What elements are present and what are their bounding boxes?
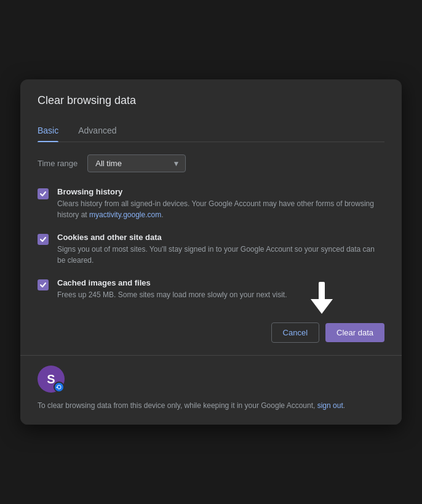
checkmark-icon — [39, 190, 47, 198]
myactivity-link[interactable]: myactivity.google.com — [89, 210, 161, 219]
tab-advanced[interactable]: Advanced — [78, 119, 116, 142]
checkmark-icon — [39, 281, 47, 289]
clear-data-button[interactable]: Clear data — [325, 323, 384, 342]
list-item: Browsing history Clears history from all… — [38, 187, 384, 220]
browsing-history-checkbox[interactable] — [38, 188, 49, 199]
actions-row: Cancel Clear data — [38, 313, 384, 355]
arrow-indicator — [311, 283, 333, 313]
time-range-select[interactable]: Last hour Last 24 hours Last 7 days Last… — [87, 154, 186, 172]
svg-rect-0 — [319, 282, 325, 300]
option-description: Clears history from all signed-in device… — [57, 198, 384, 220]
sync-icon — [56, 384, 62, 390]
time-range-select-wrapper: Last hour Last 24 hours Last 7 days Last… — [87, 154, 186, 172]
browsing-history-option: Browsing history Clears history from all… — [57, 187, 384, 220]
option-title: Cookies and other site data — [57, 233, 384, 242]
clear-browsing-data-dialog: Clear browsing data Basic Advanced Time … — [20, 79, 402, 425]
time-range-label: Time range — [38, 159, 78, 168]
cookies-option: Cookies and other site data Signs you ou… — [57, 233, 384, 266]
option-description: Frees up 245 MB. Some sites may load mor… — [57, 289, 384, 300]
option-title: Browsing history — [57, 187, 384, 196]
time-range-row: Time range Last hour Last 24 hours Last … — [38, 154, 384, 172]
option-title: Cached images and files — [57, 278, 384, 287]
checkmark-icon — [39, 236, 47, 243]
avatar-wrapper: S — [38, 366, 65, 393]
list-item: Cookies and other site data Signs you ou… — [38, 233, 384, 266]
cancel-button[interactable]: Cancel — [271, 322, 319, 343]
cookies-checkbox[interactable] — [38, 234, 49, 245]
tabs-container: Basic Advanced — [38, 119, 384, 142]
footer-account: S — [38, 366, 384, 393]
option-description: Signs you out of most sites. You'll stay… — [57, 244, 384, 266]
footer-text: To clear browsing data from this device … — [38, 400, 384, 411]
account-badge — [54, 382, 65, 393]
tab-basic[interactable]: Basic — [38, 119, 58, 142]
dialog-title: Clear browsing data — [38, 94, 384, 107]
down-arrow-icon — [311, 282, 333, 314]
footer: S To clear browsing data from this devic… — [20, 356, 402, 425]
cached-option: Cached images and files Frees up 245 MB.… — [57, 278, 384, 300]
dialog-main-content: Clear browsing data Basic Advanced Time … — [20, 79, 402, 355]
sign-out-link[interactable]: sign out — [317, 401, 343, 410]
cached-checkbox[interactable] — [38, 279, 49, 290]
svg-marker-1 — [311, 299, 333, 314]
